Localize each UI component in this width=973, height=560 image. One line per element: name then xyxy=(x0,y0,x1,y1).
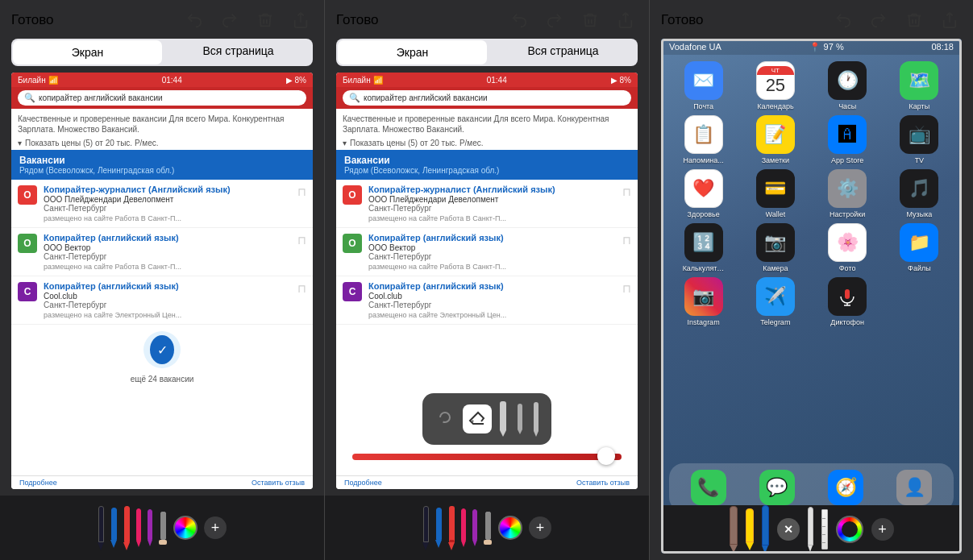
panel-mid: Готово Экран Вся страница Билайн 📶 xyxy=(325,0,650,560)
tab-screen-mid[interactable]: Экран xyxy=(338,40,487,64)
app-clock[interactable]: 🕐 Часы xyxy=(813,61,882,110)
job-item-2-left: О Копирайтер (английский язык) ООО Векто… xyxy=(11,228,313,276)
phone-bottom-left: Подробнее Оставить отзыв xyxy=(11,475,313,489)
redo-button-right[interactable] xyxy=(867,8,891,32)
tab-fullpage-left[interactable]: Вся страница xyxy=(164,39,313,66)
carrier-left: Билайн xyxy=(18,76,46,85)
pen-pink-left[interactable] xyxy=(136,508,141,547)
app-calendar[interactable]: ЧТ 25 Календарь xyxy=(741,61,809,110)
delete-button-mid[interactable] xyxy=(578,8,602,32)
lasso-tool-mid[interactable] xyxy=(432,404,458,433)
done-button-left[interactable]: Готово xyxy=(11,12,54,28)
add-button-right[interactable]: + xyxy=(871,518,894,541)
undo-button-mid[interactable] xyxy=(507,8,531,32)
color-picker-left[interactable] xyxy=(173,516,198,540)
app-telegram[interactable]: ✈️ Telegram xyxy=(741,277,809,326)
share-button-right[interactable] xyxy=(938,8,962,32)
tab-fullpage-mid[interactable]: Вся страница xyxy=(489,39,638,66)
app-music[interactable]: 🎵 Музыка xyxy=(885,169,954,218)
eraser-right[interactable]: ✕ xyxy=(777,518,800,541)
delete-button-left[interactable] xyxy=(253,8,277,32)
pen-red-left[interactable] xyxy=(123,506,130,550)
undo-button-left[interactable] xyxy=(182,8,206,32)
app-maps[interactable]: 🗺️ Карты xyxy=(885,61,954,110)
promo-text-left: Качественные и проверенные вакансии Для … xyxy=(11,109,313,136)
eraser-tool-mid[interactable] xyxy=(463,404,492,433)
marker-tool-2-mid[interactable] xyxy=(514,400,526,438)
redo-button-mid[interactable] xyxy=(543,8,567,32)
phone-bottom-mid: Подробнее Оставить отзыв xyxy=(336,475,638,489)
marker-tool-1-mid[interactable] xyxy=(497,398,509,440)
eraser-left[interactable] xyxy=(159,512,167,545)
app-photos[interactable]: 🌸 Фото xyxy=(813,223,882,272)
phone-screenshot-right: Vodafone UA 📍 97 % 08:18 ✉️ Почта ЧТ 25 … xyxy=(661,39,962,554)
panel-left: Готово Экран Вся страница Билайн 📶 xyxy=(0,0,325,560)
pen-blue-left[interactable] xyxy=(110,508,117,548)
dock-safari[interactable]: 🧭 xyxy=(828,470,863,505)
pen-brown-right[interactable] xyxy=(730,506,738,553)
color-picker-mid[interactable] xyxy=(498,516,522,540)
bookmark-3-left[interactable]: ⊓ xyxy=(297,282,306,295)
battery-left: ▶ 8% xyxy=(286,76,306,85)
delete-button-right[interactable] xyxy=(902,8,926,32)
job-avatar-1-left: О xyxy=(18,185,37,205)
eraser-mid[interactable] xyxy=(484,512,492,545)
dock-right: 📞 💬 🧭 👤 xyxy=(669,463,954,512)
pen-purple-mid[interactable] xyxy=(472,509,477,546)
pen-purple-left[interactable] xyxy=(148,509,152,546)
app-instagram[interactable]: 📷 Instagram xyxy=(669,277,738,326)
color-picker-right[interactable] xyxy=(836,516,863,543)
phone-screenshot-mid: Билайн 📶 01:44 ▶ 8% 🔍 копирайтер английс… xyxy=(336,73,638,489)
tab-screen-left[interactable]: Экран xyxy=(13,40,162,64)
bottom-left-link[interactable]: Подробнее xyxy=(19,479,57,487)
bottom-right-link[interactable]: Оставить отзыв xyxy=(252,479,305,487)
tools-overlay-mid xyxy=(422,393,551,445)
panel-right: Готово Vodafone UA 📍 9 xyxy=(650,0,973,560)
pen-blue-mid[interactable] xyxy=(435,508,442,548)
dock-contacts[interactable]: 👤 xyxy=(896,470,932,505)
more-jobs-label-left: ещё 24 вакансии xyxy=(11,375,313,387)
app-notes[interactable]: 📝 Заметки xyxy=(741,115,809,164)
app-settings[interactable]: ⚙️ Настройки xyxy=(813,169,882,218)
phone-search-left: 🔍 копирайтер английский вакансии xyxy=(11,87,313,109)
pen-black-left[interactable] xyxy=(98,506,104,550)
undo-button-right[interactable] xyxy=(831,8,855,32)
share-button-left[interactable] xyxy=(289,8,313,32)
pen-red-mid[interactable] xyxy=(448,506,455,550)
app-camera[interactable]: 📷 Камера xyxy=(741,223,809,272)
dock-phone[interactable]: 📞 xyxy=(691,470,726,505)
pen-pink-mid[interactable] xyxy=(461,508,466,547)
done-button-right[interactable]: Готово xyxy=(661,12,704,28)
app-appstore[interactable]: 🅰 App Store xyxy=(813,115,882,164)
bookmark-2-left[interactable]: ⊓ xyxy=(297,234,306,247)
app-health[interactable]: ❤️ Здоровье xyxy=(669,169,738,218)
done-button-mid[interactable]: Готово xyxy=(336,12,379,28)
app-mail[interactable]: ✉️ Почта xyxy=(669,61,738,110)
app-wallet[interactable]: 💳 Wallet xyxy=(741,169,809,218)
app-dictaphone[interactable]: Диктофон xyxy=(813,277,882,326)
ruler-tool-mid[interactable] xyxy=(530,399,542,440)
job-item-2-mid: О Копирайтер (английский язык) ООО Векто… xyxy=(336,228,638,276)
app-tv[interactable]: 📺 TV xyxy=(885,115,954,164)
pen-yellow-right[interactable] xyxy=(746,508,754,550)
dock-messages[interactable]: 💬 xyxy=(759,470,795,505)
job-item-3-left: С Копирайтер (английский язык) Cool.club… xyxy=(11,276,313,325)
carrier-mid: Билайн xyxy=(343,76,371,85)
battery-right: 97 % xyxy=(824,42,844,52)
pen-black-mid[interactable] xyxy=(422,506,429,550)
bookmark-1-left[interactable]: ⊓ xyxy=(297,185,306,198)
pen-blue-right[interactable] xyxy=(762,505,769,554)
app-files[interactable]: 📁 Файлы xyxy=(885,223,954,272)
topbar-right: Готово xyxy=(650,0,973,39)
share-button-mid[interactable] xyxy=(613,8,638,32)
app-calculator[interactable]: 🔢 Калькулятор xyxy=(669,223,738,272)
app-reminders[interactable]: 📋 Напомина... xyxy=(669,115,738,164)
add-button-left[interactable]: + xyxy=(204,516,227,539)
add-button-mid[interactable]: + xyxy=(529,516,551,539)
pen-white-right[interactable] xyxy=(808,507,813,552)
scrubber-mid[interactable] xyxy=(352,454,622,460)
ruler-right[interactable] xyxy=(821,509,828,550)
redo-button-left[interactable] xyxy=(218,8,242,32)
scrubber-thumb-mid[interactable] xyxy=(597,447,615,465)
more-jobs-btn-left[interactable]: ✓ xyxy=(143,331,181,368)
